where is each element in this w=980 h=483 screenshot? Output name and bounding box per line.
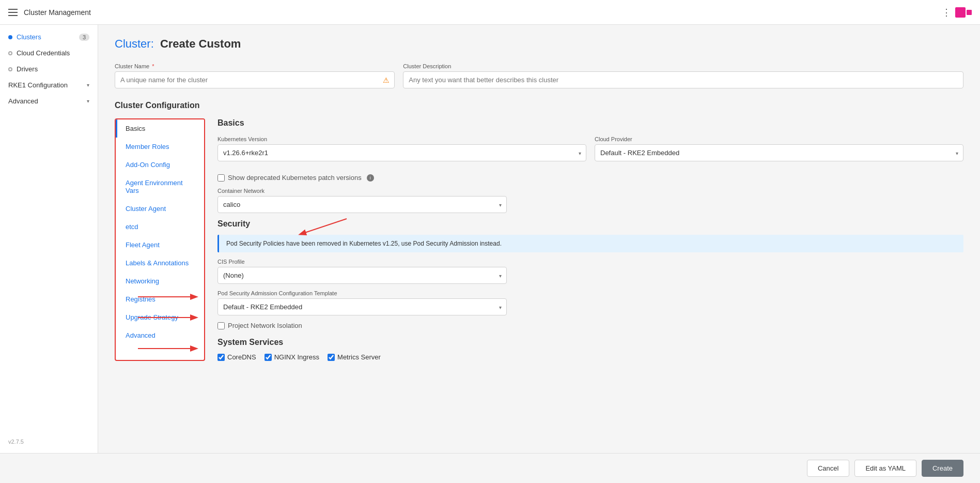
clusters-dot-icon bbox=[8, 35, 12, 39]
cluster-name-input[interactable] bbox=[115, 71, 395, 88]
config-nav-add-on-config[interactable]: Add-On Config bbox=[116, 156, 204, 174]
container-network-label: Container Network bbox=[217, 188, 963, 194]
more-options-icon[interactable]: ⋮ bbox=[942, 7, 951, 18]
config-layout: Basics Member Roles Add-On Config Agent … bbox=[115, 118, 963, 361]
cloud-credentials-dot-icon bbox=[8, 51, 12, 55]
rke1-chevron-icon: ▾ bbox=[87, 82, 89, 88]
config-nav-member-roles[interactable]: Member Roles bbox=[116, 138, 204, 156]
project-network-label: Project Network Isolation bbox=[228, 322, 302, 329]
config-nav-upgrade-strategy[interactable]: Upgrade Strategy bbox=[116, 308, 204, 326]
page-header-title: Create Custom bbox=[160, 37, 241, 50]
show-deprecated-label: Show deprecated Kubernetes patch version… bbox=[228, 174, 362, 182]
topbar-title: Cluster Management bbox=[24, 8, 91, 17]
config-nav-labels-annotations[interactable]: Labels & Annotations bbox=[116, 254, 204, 272]
security-section-title: Security bbox=[217, 219, 963, 229]
cis-profile-wrapper: CIS Profile (None) ▾ bbox=[217, 259, 507, 284]
sidebar-item-rke1-config[interactable]: RKE1 Configuration ▾ bbox=[0, 77, 98, 93]
cis-profile-label: CIS Profile bbox=[217, 259, 507, 265]
app-icons bbox=[955, 7, 972, 18]
coredns-service: CoreDNS bbox=[217, 353, 256, 361]
project-network-checkbox[interactable] bbox=[217, 322, 225, 329]
cluster-name-row: Cluster Name * ⚠ Cluster Description bbox=[115, 63, 963, 88]
advanced-chevron-icon: ▾ bbox=[87, 98, 89, 104]
cloud-credentials-label: Cloud Credentials bbox=[17, 49, 70, 57]
kubernetes-version-group: Kubernetes Version v1.26.6+rke2r1 ▾ bbox=[217, 136, 586, 168]
config-nav: Basics Member Roles Add-On Config Agent … bbox=[115, 118, 205, 361]
config-nav-fleet-agent[interactable]: Fleet Agent bbox=[116, 236, 204, 254]
coredns-checkbox[interactable] bbox=[217, 354, 225, 361]
sidebar-item-clusters[interactable]: Clusters 3 bbox=[0, 29, 98, 45]
show-deprecated-checkbox[interactable] bbox=[217, 174, 225, 182]
container-network-select[interactable]: calico bbox=[217, 196, 507, 213]
sidebar-version: v2.7.5 bbox=[0, 434, 98, 449]
cluster-description-group: Cluster Description bbox=[403, 63, 963, 88]
kubernetes-version-select[interactable]: v1.26.6+rke2r1 bbox=[217, 144, 586, 161]
bottom-bar: Cancel Edit as YAML Create bbox=[0, 453, 980, 483]
config-nav-registries[interactable]: Registries bbox=[116, 290, 204, 308]
metrics-checkbox[interactable] bbox=[328, 354, 335, 361]
rke1-config-label: RKE1 Configuration bbox=[8, 81, 68, 89]
cluster-description-input[interactable] bbox=[403, 71, 963, 88]
config-nav-basics[interactable]: Basics bbox=[116, 119, 204, 138]
clusters-badge: 3 bbox=[79, 34, 89, 41]
nginx-service: NGINX Ingress bbox=[265, 353, 319, 361]
config-nav-cluster-agent[interactable]: Cluster Agent bbox=[116, 200, 204, 218]
cluster-description-label: Cluster Description bbox=[403, 63, 963, 69]
info-icon[interactable]: i bbox=[367, 174, 374, 182]
pink-icon-1 bbox=[955, 7, 966, 18]
container-network-select-container: calico ▾ bbox=[217, 196, 507, 213]
config-nav-etcd[interactable]: etcd bbox=[116, 218, 204, 236]
content-area: Cluster: Create Custom Cluster Name * ⚠ … bbox=[98, 25, 980, 453]
clusters-label: Clusters bbox=[17, 33, 41, 41]
cis-profile-select-container: (None) ▾ bbox=[217, 267, 507, 284]
sidebar-item-advanced[interactable]: Advanced ▾ bbox=[0, 93, 98, 109]
cluster-name-input-wrapper: ⚠ bbox=[115, 71, 395, 88]
project-network-row: Project Network Isolation bbox=[217, 322, 963, 329]
cluster-name-group: Cluster Name * ⚠ bbox=[115, 63, 395, 88]
drivers-dot-icon bbox=[8, 67, 12, 71]
cloud-provider-label: Cloud Provider bbox=[595, 136, 963, 142]
pod-security-label: Pod Security Admission Configuration Tem… bbox=[217, 290, 507, 296]
cloud-provider-wrapper: Cloud Provider Default - RKE2 Embedded ▾ bbox=[595, 136, 963, 161]
advanced-label: Advanced bbox=[8, 97, 38, 105]
topbar-right: ⋮ bbox=[942, 7, 972, 18]
cloud-provider-group: Cloud Provider Default - RKE2 Embedded ▾ bbox=[595, 136, 963, 168]
cluster-name-label: Cluster Name * bbox=[115, 63, 395, 69]
pod-security-select[interactable]: Default - RKE2 Embedded bbox=[217, 298, 507, 315]
deprecated-checkbox-row: Show deprecated Kubernetes patch version… bbox=[217, 174, 963, 182]
kubernetes-version-select-container: v1.26.6+rke2r1 ▾ bbox=[217, 144, 586, 161]
nginx-checkbox[interactable] bbox=[265, 354, 272, 361]
kubernetes-version-wrapper: Kubernetes Version v1.26.6+rke2r1 ▾ bbox=[217, 136, 586, 161]
page-header: Cluster: Create Custom bbox=[115, 37, 963, 51]
system-services-title: System Services bbox=[217, 338, 963, 347]
pod-security-wrapper: Pod Security Admission Configuration Tem… bbox=[217, 290, 507, 315]
sidebar: Clusters 3 Cloud Credentials Drivers RKE… bbox=[0, 25, 98, 453]
system-services-row: CoreDNS NGINX Ingress Metrics Server bbox=[217, 353, 963, 361]
sidebar-item-cloud-credentials[interactable]: Cloud Credentials bbox=[0, 45, 98, 61]
pod-security-select-container: Default - RKE2 Embedded ▾ bbox=[217, 298, 507, 315]
kubernetes-version-label: Kubernetes Version bbox=[217, 136, 586, 142]
cancel-button[interactable]: Cancel bbox=[807, 460, 849, 477]
security-alert: Pod Security Policies have been removed … bbox=[217, 235, 963, 252]
config-nav-agent-env-vars[interactable]: Agent Environment Vars bbox=[116, 174, 204, 200]
container-network-wrapper: Container Network calico ▾ bbox=[217, 188, 963, 213]
main-layout: Clusters 3 Cloud Credentials Drivers RKE… bbox=[0, 25, 980, 453]
cloud-provider-select[interactable]: Default - RKE2 Embedded bbox=[595, 144, 963, 161]
cluster-config-title: Cluster Configuration bbox=[115, 101, 963, 110]
edit-yaml-button[interactable]: Edit as YAML bbox=[854, 460, 916, 477]
metrics-service: Metrics Server bbox=[328, 353, 381, 361]
sidebar-item-drivers[interactable]: Drivers bbox=[0, 61, 98, 77]
metrics-label: Metrics Server bbox=[337, 353, 381, 361]
config-nav-advanced[interactable]: Advanced bbox=[116, 326, 204, 344]
config-nav-networking[interactable]: Networking bbox=[116, 272, 204, 290]
page-header-prefix: Cluster: bbox=[115, 37, 154, 50]
basics-section-title: Basics bbox=[217, 118, 963, 128]
warning-icon: ⚠ bbox=[383, 76, 390, 84]
drivers-label: Drivers bbox=[17, 65, 38, 73]
nginx-label: NGINX Ingress bbox=[274, 353, 319, 361]
hamburger-menu[interactable] bbox=[8, 9, 18, 16]
coredns-label: CoreDNS bbox=[227, 353, 256, 361]
cis-profile-select[interactable]: (None) bbox=[217, 267, 507, 284]
create-button[interactable]: Create bbox=[922, 460, 963, 477]
required-mark: * bbox=[152, 63, 154, 69]
